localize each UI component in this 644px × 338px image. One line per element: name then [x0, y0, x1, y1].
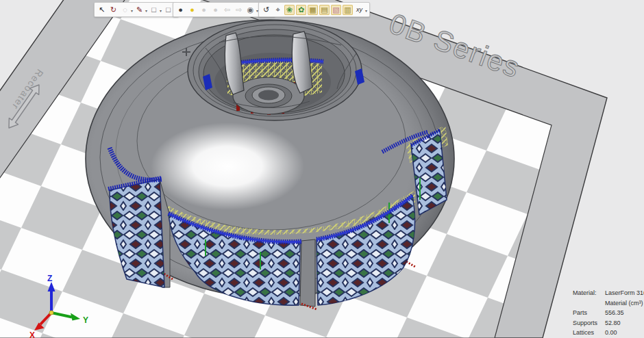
info-row-parts: Parts556.35 [573, 308, 644, 318]
globe-view-icon[interactable]: ◉ [245, 5, 256, 15]
material-info-panel: Material: LaserForm 316L (A)_Svl Materia… [573, 288, 644, 338]
info-value: 0.00 [605, 328, 617, 338]
info-label: Parts [573, 308, 605, 318]
unit-header: Material (cm³) [605, 298, 643, 309]
material-label: Material: [573, 288, 605, 298]
support-wall-tool-icon[interactable]: ▦ [308, 5, 318, 15]
light-dim-icon[interactable]: ● [199, 5, 209, 15]
lattice-tool-icon[interactable]: ❀ [284, 5, 295, 15]
previous-view-icon[interactable]: ⇦ [222, 5, 232, 15]
next-view-icon[interactable]: ⇨ [234, 5, 244, 15]
info-value: 556.35 [605, 308, 624, 318]
info-value: 52.80 [605, 318, 621, 328]
axis-xy-icon-dropdown[interactable]: ▾ [365, 8, 367, 13]
light-on-icon[interactable]: ● [187, 5, 197, 15]
info-row-supports: Supports52.80 [573, 318, 644, 328]
axis-xy-icon[interactable]: xy [354, 5, 364, 15]
snap-node-icon[interactable]: ⌖ [273, 5, 283, 15]
unit-header-row: Material (cm³) [573, 298, 644, 309]
application-window: 0B Series Recoater [0, 0, 644, 338]
support-cone-tool-icon[interactable]: ▥ [343, 5, 353, 15]
undo-icon[interactable]: ↺ [261, 5, 271, 15]
impeller-model[interactable] [86, 20, 454, 309]
circle-select-tool-dropdown[interactable]: ▾ [131, 8, 133, 13]
y-axis-label: Y [83, 315, 88, 325]
select-pointer-tool[interactable]: ↖ [97, 5, 107, 15]
info-label: Lattices [573, 328, 605, 338]
circle-select-tool[interactable]: ◌ [120, 5, 130, 15]
support-tree-tool-icon[interactable]: ▤ [319, 5, 330, 15]
sketch-measure-tool[interactable]: ✎ [134, 5, 145, 15]
z-axis-label: Z [47, 274, 52, 283]
toolbar-selection: ↖↻◌▾✎▾□▾□▾ [94, 2, 179, 17]
material-row: Material: LaserForm 316L (A)_Svl [573, 288, 644, 298]
material-value: LaserForm 316L (A)_Svl [605, 288, 644, 298]
light-off-icon[interactable]: ● [175, 5, 186, 15]
box-select-tool[interactable]: □ [149, 5, 159, 15]
light-drag-icon[interactable]: ● [210, 5, 221, 15]
support-region-tool-icon[interactable]: ▧ [331, 5, 341, 15]
info-label: Supports [573, 318, 605, 328]
toolbar-build: ↺⌖❀✿▦▤▧▥xy▾ [258, 2, 370, 17]
axis-origin [49, 311, 53, 315]
rotate-view-tool[interactable]: ↻ [108, 5, 119, 15]
shell-lattice-tool-icon[interactable]: ✿ [296, 5, 306, 15]
part-skirt-gap-center [300, 239, 315, 307]
box-select-tool-dropdown[interactable]: ▾ [160, 8, 162, 13]
window-select-tool[interactable]: □ [163, 5, 173, 15]
x-axis-label: X [29, 330, 35, 338]
info-row-lattices: Lattices0.00 [573, 328, 644, 338]
specular-highlight [151, 122, 304, 210]
sketch-measure-tool-dropdown[interactable]: ▾ [145, 8, 147, 13]
viewport-3d[interactable]: 0B Series Recoater [0, 0, 644, 338]
